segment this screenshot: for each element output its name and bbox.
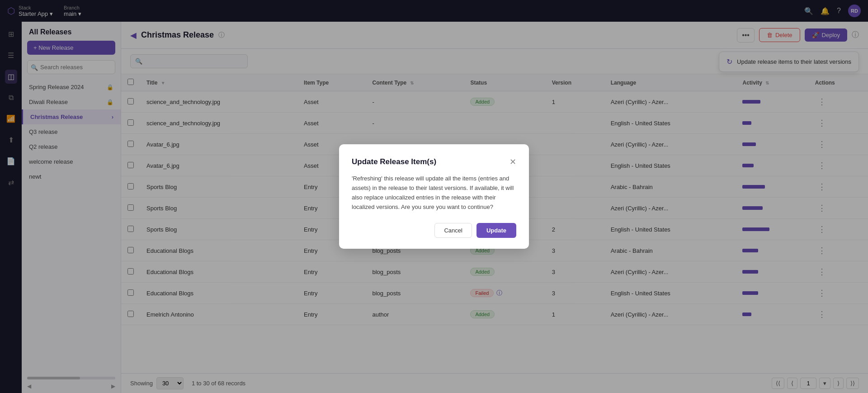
- modal-header: Update Release Item(s) ✕: [352, 157, 516, 167]
- update-release-modal: Update Release Item(s) ✕ 'Refreshing' th…: [339, 144, 529, 248]
- modal-footer: Cancel Update: [352, 223, 516, 238]
- modal-title: Update Release Item(s): [352, 157, 436, 166]
- cancel-button[interactable]: Cancel: [434, 223, 472, 238]
- modal-close-button[interactable]: ✕: [509, 157, 516, 167]
- modal-body: 'Refreshing' this release will update al…: [352, 174, 516, 212]
- update-button[interactable]: Update: [476, 223, 516, 238]
- modal-overlay[interactable]: Update Release Item(s) ✕ 'Refreshing' th…: [0, 0, 868, 393]
